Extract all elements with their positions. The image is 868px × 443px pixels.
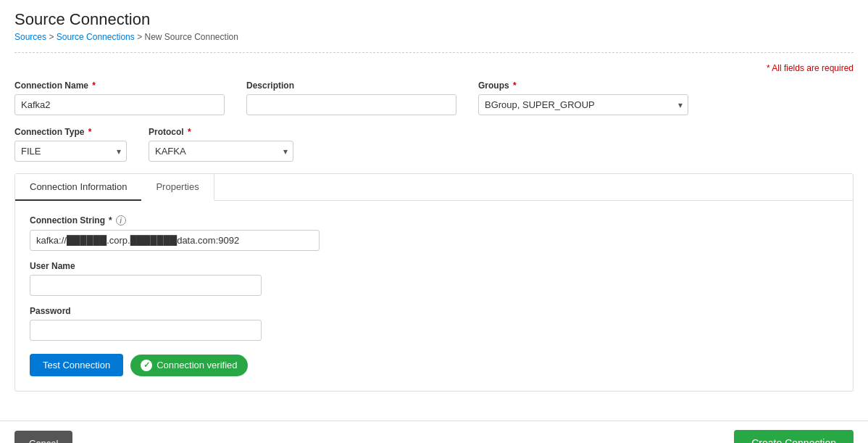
form-row-2: Connection Type * FILE DATABASE API Prot… [14,127,854,162]
cs-required-star: * [109,215,112,225]
connection-type-label: Connection Type * [14,127,127,137]
username-label: User Name [30,261,838,271]
connection-string-info-icon[interactable]: i [116,215,126,225]
description-label: Description [246,80,456,91]
breadcrumb-current: New Source Connection [144,32,238,42]
required-note: * All fields are required [14,63,854,73]
connection-string-input[interactable] [30,230,320,251]
connection-type-select[interactable]: FILE DATABASE API [14,141,127,162]
connection-string-label-row: Connection String * i [30,215,838,225]
breadcrumb-source-connections[interactable]: Source Connections [57,32,135,42]
tabs-header: Connection Information Properties [15,174,853,201]
required-star: * [92,80,96,91]
action-row: Test Connection Connection verified [30,354,838,376]
connection-verified-badge: Connection verified [130,355,247,376]
proto-required-star: * [188,127,191,137]
form-row-1: Connection Name * Description Groups * B… [14,80,854,115]
groups-label: Groups * [478,80,688,91]
protocol-group: Protocol * KAFKA HTTP FTP [149,127,293,162]
connection-name-label: Connection Name * [14,80,225,91]
test-connection-button[interactable]: Test Connection [30,354,123,376]
verified-text: Connection verified [157,360,237,370]
protocol-select-wrapper: KAFKA HTTP FTP [149,141,293,162]
cancel-button[interactable]: Cancel [14,431,72,444]
main-content: Source Connection Sources > Source Conne… [0,0,868,421]
tab-connection-information[interactable]: Connection Information [15,174,141,201]
groups-group: Groups * BGroup, SUPER_GROUP [478,80,688,115]
divider [14,52,854,53]
connection-name-group: Connection Name * [14,80,225,115]
username-input[interactable] [30,275,262,296]
breadcrumb-sources[interactable]: Sources [14,32,46,42]
create-connection-button[interactable]: Create Connection [734,430,854,443]
description-group: Description [246,80,456,115]
protocol-select[interactable]: KAFKA HTTP FTP [149,141,293,162]
password-input[interactable] [30,320,262,341]
verified-check-icon [141,360,152,371]
connection-name-input[interactable] [14,94,225,115]
connection-type-select-wrapper: FILE DATABASE API [14,141,127,162]
tabs-section: Connection Information Properties Connec… [14,173,854,392]
tab-content-connection-info: Connection String * i User Name Password… [15,201,853,391]
page-title: Source Connection [14,10,854,29]
groups-required-star: * [513,80,517,91]
groups-select[interactable]: BGroup, SUPER_GROUP [478,94,688,115]
footer-bar: Cancel Create Connection [0,421,868,443]
breadcrumb: Sources > Source Connections > New Sourc… [14,32,854,42]
groups-select-wrapper: BGroup, SUPER_GROUP [478,94,688,115]
connection-type-group: Connection Type * FILE DATABASE API [14,127,127,162]
ct-required-star: * [88,127,92,137]
password-label: Password [30,306,838,316]
tab-properties[interactable]: Properties [141,174,214,201]
description-input[interactable] [246,94,456,115]
protocol-label: Protocol * [149,127,293,137]
